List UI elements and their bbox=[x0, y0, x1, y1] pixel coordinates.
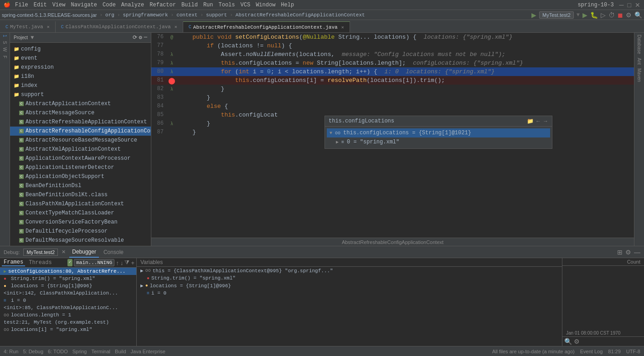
collapse-icon[interactable]: — bbox=[144, 34, 147, 41]
status-spring[interactable]: Spring bbox=[72, 349, 87, 354]
frames-tab-label[interactable]: Frames bbox=[2, 259, 25, 266]
tree-item-abstractrefreshable[interactable]: C AbstractRefreshableApplicationContext bbox=[10, 117, 151, 127]
maximize-btn[interactable]: □ bbox=[628, 1, 631, 9]
menu-refactor[interactable]: Refactor bbox=[149, 2, 176, 8]
expand-arrow-this[interactable]: ▶ bbox=[140, 268, 144, 274]
search-debug-btn[interactable]: 🔍 bbox=[564, 338, 572, 345]
play-btn[interactable]: ▶ bbox=[582, 11, 587, 19]
debug-tab-console[interactable]: Console bbox=[101, 247, 126, 258]
debug-close-icon[interactable]: ✕ bbox=[62, 249, 66, 255]
var-strtrim[interactable]: ● String.trim() = "spring.xml" bbox=[137, 275, 562, 282]
var-i[interactable]: ≡ i = 0 bbox=[137, 290, 562, 297]
menu-run[interactable]: Run bbox=[203, 2, 213, 8]
close-btn[interactable]: ✕ bbox=[635, 1, 640, 9]
tree-item-abstractappctx[interactable]: C AbstractApplicationContext bbox=[10, 99, 151, 108]
project-icon[interactable]: 1 bbox=[2, 35, 7, 37]
frame-item-loci[interactable]: oo locations[i] = "spring.xml" bbox=[0, 326, 136, 333]
menu-edit[interactable]: Edit bbox=[34, 2, 47, 8]
settings-debug2-btn[interactable]: ⚙ bbox=[574, 338, 580, 345]
popup-nav[interactable]: 📁 ← → bbox=[527, 118, 548, 124]
profile-btn[interactable]: ⏱ bbox=[608, 11, 615, 19]
tree-item-classpathxml[interactable]: C ClassPathXmlApplicationContext bbox=[10, 199, 151, 209]
tree-item-defaultlifecycle[interactable]: C DefaultLifecycleProcessor bbox=[10, 227, 151, 236]
sidebar-actions[interactable]: ⟳ ⚙ — bbox=[133, 34, 147, 41]
status-debug[interactable]: 5: Debug bbox=[23, 349, 43, 354]
tab-abstractrefreshable[interactable]: C AbstractRefreshableConfigApplicationCo… bbox=[183, 21, 350, 32]
expand-arrow-child0[interactable]: ▶ bbox=[336, 139, 339, 145]
debug-session[interactable]: MyTest.test2 bbox=[23, 249, 58, 256]
var-locations[interactable]: ▶ ● locations = {String[1]@996} bbox=[137, 282, 562, 290]
menu-build[interactable]: Build bbox=[181, 2, 198, 8]
tab-classpathxml[interactable]: C ClassPathXmlApplicationContext.java ✕ bbox=[56, 21, 183, 32]
popup-prev-btn[interactable]: ← bbox=[536, 118, 541, 124]
event-log-link[interactable]: Event Log bbox=[580, 349, 603, 354]
tree-item-abstractxml[interactable]: C AbstractXmlApplicationContext bbox=[10, 145, 151, 154]
maven-icon[interactable]: Maven bbox=[637, 68, 642, 82]
settings-icon[interactable]: ⚙ bbox=[139, 34, 142, 41]
expand-arrow-root[interactable]: ▼ bbox=[330, 131, 332, 136]
tree-item-event[interactable]: 📁 event bbox=[10, 54, 151, 63]
settings-debug-btn[interactable]: ⚙ bbox=[625, 249, 631, 256]
structure-icon[interactable]: S bbox=[2, 41, 7, 44]
frame-item-0[interactable]: ▶ setConfigLocations:80, AbstractRefre..… bbox=[0, 268, 136, 275]
status-terminal[interactable]: Terminal bbox=[91, 349, 110, 354]
menu-view[interactable]: View bbox=[52, 2, 66, 8]
search-btn[interactable]: 🔍 bbox=[634, 11, 642, 19]
tree-item-expression[interactable]: 📁 expression bbox=[10, 63, 151, 72]
tree-item-index[interactable]: 📁 index bbox=[10, 81, 151, 90]
down-btn[interactable]: ↓ bbox=[120, 259, 124, 266]
filter-btn[interactable]: ⧩ bbox=[124, 259, 129, 266]
status-run[interactable]: 4: Run bbox=[4, 349, 18, 354]
sync-icon[interactable]: ⟳ bbox=[133, 34, 137, 41]
var-this[interactable]: ▶ oo this = {ClassPathXmlApplicationCont… bbox=[137, 267, 562, 275]
tree-item-contexttypematch[interactable]: C ContextTypeMatchClassLoader bbox=[10, 209, 151, 218]
tree-item-conversion[interactable]: C ConversionServiceFactoryBean bbox=[10, 218, 151, 227]
menu-file[interactable]: File bbox=[15, 2, 28, 8]
tree-item-abstractrefreshableconfig[interactable]: C AbstractRefreshableConfigApplicationCo… bbox=[10, 127, 151, 136]
status-enterprise[interactable]: Java Enterprise bbox=[131, 349, 165, 354]
popup-next-btn[interactable]: → bbox=[543, 118, 548, 124]
popup-back-btn[interactable]: 📁 bbox=[527, 118, 534, 124]
tab-mytest[interactable]: C MyTest.java ✕ bbox=[0, 21, 56, 32]
frame-item-i[interactable]: ≡ i = 0 bbox=[0, 297, 136, 304]
coverage-btn[interactable]: ▷ bbox=[601, 11, 606, 19]
settings-btn[interactable]: ⚙ bbox=[626, 11, 632, 19]
tree-item-config[interactable]: 📁 config bbox=[10, 45, 151, 54]
tree-item-beandslkt[interactable]: C BeanDefinitionDslKt.class bbox=[10, 190, 151, 199]
threads-tab-label[interactable]: Threads bbox=[27, 259, 53, 266]
favorites-icon[interactable]: F bbox=[2, 56, 7, 58]
tree-item-beandsl[interactable]: C BeanDefinitionDsl bbox=[10, 181, 151, 190]
run-config-btn[interactable]: MyTest.test2 bbox=[539, 11, 574, 19]
close-debug-btn[interactable]: — bbox=[634, 249, 640, 256]
frame-item-1[interactable]: ● String.trim() = "spring.xml" bbox=[0, 275, 136, 282]
run-btn[interactable]: ▶ bbox=[531, 11, 536, 19]
expand-arrow-loc[interactable]: ▶ bbox=[140, 283, 144, 289]
menu-bar[interactable]: File Edit View Navigate Code Analyze Ref… bbox=[15, 2, 294, 8]
tree-item-applistener[interactable]: C ApplicationListenerDetector bbox=[10, 163, 151, 172]
database-icon[interactable]: Database bbox=[637, 35, 642, 54]
menu-analyze[interactable]: Analyze bbox=[121, 2, 144, 8]
frame-item-loclen[interactable]: oo locations.length = 1 bbox=[0, 311, 136, 319]
frame-item-2[interactable]: <init>:142, ClassPathXmlApplication... bbox=[0, 290, 136, 297]
tree-item-appctxaware[interactable]: C ApplicationContextAwareProcessor bbox=[10, 154, 151, 163]
add-frame-btn[interactable]: + bbox=[131, 259, 134, 266]
menu-navigate[interactable]: Navigate bbox=[71, 2, 97, 8]
tree-item-i18n[interactable]: 📁 i18n bbox=[10, 72, 151, 81]
popup-child-row-0[interactable]: ▶ ≡ 0 = "spring.xml" bbox=[327, 137, 550, 147]
tree-item-appobject[interactable]: C ApplicationObjectSupport bbox=[10, 172, 151, 181]
layout-btn[interactable]: ⊞ bbox=[617, 249, 623, 256]
minimize-btn[interactable]: ─ bbox=[619, 1, 624, 9]
menu-code[interactable]: Code bbox=[103, 2, 116, 8]
tree-item-abstractmsgsrc[interactable]: C AbstractMessageSource bbox=[10, 108, 151, 117]
up-btn[interactable]: ↑ bbox=[116, 259, 119, 266]
menu-vcs[interactable]: VCS bbox=[241, 2, 251, 8]
ant-icon[interactable]: Ant bbox=[637, 58, 642, 65]
frame-item-4[interactable]: test2:21, MyTest (org.example.test) bbox=[0, 319, 136, 326]
debug-tab-debugger[interactable]: Debugger bbox=[69, 247, 99, 258]
popup-root-row[interactable]: ▼ oo this.configLocations = {String[1]@1… bbox=[327, 128, 550, 137]
menu-window[interactable]: Window bbox=[256, 2, 275, 8]
status-todo[interactable]: 6: TODO bbox=[48, 349, 68, 354]
tree-item-support[interactable]: 📁 support bbox=[10, 90, 151, 99]
frame-item-locations[interactable]: ● locations = {String[1]@996} bbox=[0, 282, 136, 290]
stop-btn[interactable]: ◼ bbox=[618, 11, 623, 19]
